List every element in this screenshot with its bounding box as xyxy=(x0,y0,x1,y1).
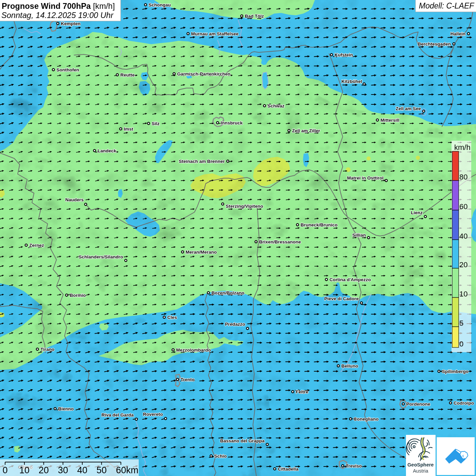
svg-text:Sonntag, 14.12.2025 19:00 Uhr: Sonntag, 14.12.2025 19:00 Uhr xyxy=(1,11,114,20)
svg-text:Austria: Austria xyxy=(413,468,428,474)
svg-text:Conegliano: Conegliano xyxy=(354,417,379,422)
svg-text:Cortina d'Ampezzo: Cortina d'Ampezzo xyxy=(329,277,371,282)
svg-text:Landeck: Landeck xyxy=(98,148,116,153)
svg-text:Imst: Imst xyxy=(124,126,133,132)
svg-text:Schio: Schio xyxy=(214,454,227,459)
svg-text:Bad Tölz: Bad Tölz xyxy=(245,14,264,19)
svg-text:Silz: Silz xyxy=(152,121,160,126)
svg-text:40: 40 xyxy=(459,232,468,240)
svg-text:Bozen/Bolzano: Bozen/Bolzano xyxy=(211,290,244,295)
svg-text:Mezzolombardo: Mezzolombardo xyxy=(176,347,211,353)
svg-text:Matrei in Osttirol: Matrei in Osttirol xyxy=(347,175,384,181)
svg-text:Innsbruck: Innsbruck xyxy=(221,120,243,125)
svg-text:Sillian: Sillian xyxy=(352,233,366,238)
svg-text:km/h: km/h xyxy=(454,143,471,152)
svg-text:30: 30 xyxy=(58,465,68,475)
svg-text:Sonthofen: Sonthofen xyxy=(56,67,79,72)
svg-text:Zernez: Zernez xyxy=(29,243,44,248)
svg-text:Kitzbühel: Kitzbühel xyxy=(341,79,362,84)
svg-text:Trento: Trento xyxy=(181,377,194,382)
svg-text:Belluno: Belluno xyxy=(341,363,358,369)
svg-text:Kufstein: Kufstein xyxy=(335,52,353,57)
svg-text:Schongau: Schongau xyxy=(149,2,171,7)
svg-text:10: 10 xyxy=(459,290,468,298)
svg-text:Bormio: Bormio xyxy=(70,293,86,298)
svg-text:Bassano del Grappa: Bassano del Grappa xyxy=(220,438,265,443)
svg-text:80: 80 xyxy=(459,173,468,181)
svg-text:10: 10 xyxy=(19,465,30,475)
svg-text:Cles: Cles xyxy=(167,315,177,320)
svg-text:Bienno: Bienno xyxy=(58,406,74,411)
svg-text:Brixen/Bressanone: Brixen/Bressanone xyxy=(259,239,301,244)
svg-text:Pordenone: Pordenone xyxy=(406,402,430,407)
svg-text:Reutte: Reutte xyxy=(120,72,135,78)
svg-text:Codroipo: Codroipo xyxy=(454,401,474,406)
svg-text:50: 50 xyxy=(97,465,107,475)
svg-text:Steinach am Brenner: Steinach am Brenner xyxy=(179,159,225,164)
svg-text:Garmisch-Partenkirchen: Garmisch-Partenkirchen xyxy=(177,71,231,76)
svg-text:0: 0 xyxy=(2,465,7,475)
svg-text:60km: 60km xyxy=(116,465,138,475)
svg-text:Nauders: Nauders xyxy=(65,197,84,202)
svg-text:Murnau am Staffelsee: Murnau am Staffelsee xyxy=(191,31,239,36)
svg-text:Lienz: Lienz xyxy=(411,210,423,215)
svg-text:Treviso: Treviso xyxy=(346,463,362,469)
svg-text:Mittersill: Mittersill xyxy=(380,118,400,123)
svg-text:Hallein: Hallein xyxy=(451,31,465,36)
svg-text:20: 20 xyxy=(459,260,468,269)
svg-text:Bruneck/Brunico: Bruneck/Brunico xyxy=(301,222,338,227)
svg-text:GeoSphere: GeoSphere xyxy=(407,462,434,468)
svg-text:Pieve di Cadore: Pieve di Cadore xyxy=(324,296,359,301)
svg-text:Tirano: Tirano xyxy=(40,347,54,352)
svg-text:Rovereto: Rovereto xyxy=(143,412,163,417)
svg-text:Spilimbergo: Spilimbergo xyxy=(442,369,469,374)
svg-text:Meran/Merano: Meran/Merano xyxy=(186,250,217,255)
svg-text:Schlanders/Silandro: Schlanders/Silandro xyxy=(79,254,123,259)
svg-text:20: 20 xyxy=(38,465,49,475)
svg-text:Sterzing/Vipiteno: Sterzing/Vipiteno xyxy=(226,204,263,209)
svg-text:Kempten: Kempten xyxy=(61,21,81,26)
svg-text:Berchtesgaden: Berchtesgaden xyxy=(418,41,451,47)
svg-text:Schwaz: Schwaz xyxy=(268,103,285,108)
svg-text:5: 5 xyxy=(459,319,463,327)
svg-text:40: 40 xyxy=(77,465,87,475)
svg-text:60: 60 xyxy=(459,202,468,211)
svg-text:Cittadella: Cittadella xyxy=(278,466,299,472)
svg-text:Riva del Garda: Riva del Garda xyxy=(101,412,134,418)
svg-text:Modell: C-LAEF: Modell: C-LAEF xyxy=(419,1,475,10)
svg-text:Feltre: Feltre xyxy=(296,389,308,394)
svg-text:Zell am See: Zell am See xyxy=(396,106,421,111)
svg-text:Zell am Ziller: Zell am Ziller xyxy=(292,128,320,133)
svg-text:Prognose Wind 700hPa [km/h]: Prognose Wind 700hPa [km/h] xyxy=(2,2,115,11)
svg-text:Predazzo: Predazzo xyxy=(225,322,245,327)
svg-text:0: 0 xyxy=(459,340,463,348)
